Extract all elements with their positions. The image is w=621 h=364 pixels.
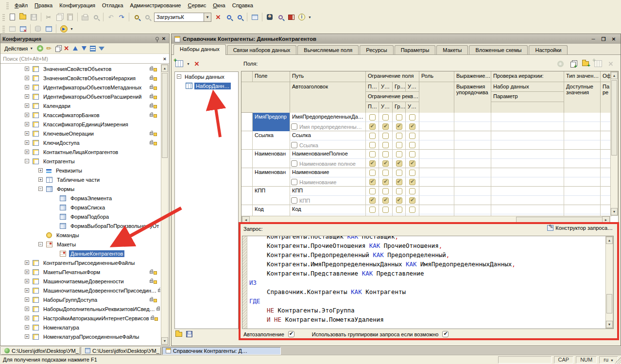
attr-restriction-checkbox[interactable] [382, 197, 389, 204]
scroll-up-icon[interactable]: ▲ [161, 65, 168, 72]
header-restrict-col[interactable]: П… [366, 102, 379, 113]
expression-cell[interactable] [454, 122, 491, 131]
info-icon[interactable]: i [297, 12, 307, 22]
role-cell[interactable] [419, 113, 454, 122]
row-grip-cell[interactable] [242, 205, 253, 217]
tree-item[interactable]: ФормаПодбора [1, 212, 160, 221]
tree-item[interactable]: +Реквизиты [1, 166, 160, 175]
header-hier-dataset[interactable]: Набор данных [491, 82, 564, 92]
role-cell[interactable] [419, 131, 454, 140]
datasets-root-item[interactable]: − Наборы данных [175, 72, 238, 81]
last-cell[interactable] [601, 159, 611, 168]
expand-icon[interactable]: + [38, 168, 43, 173]
expand-icon[interactable]: + [25, 76, 29, 80]
add-table-icon[interactable] [593, 59, 603, 69]
header-restrict-col[interactable]: Гр… [393, 102, 406, 113]
add-dataset-icon[interactable] [174, 59, 184, 69]
restriction-cell[interactable] [406, 150, 419, 159]
toolbar-drag-handle[interactable] [2, 13, 5, 21]
attr-restriction-cell[interactable] [393, 140, 406, 150]
restriction-checkbox[interactable] [409, 170, 415, 176]
restriction-cell[interactable] [366, 168, 379, 177]
database-icon[interactable] [33, 24, 43, 34]
expand-icon[interactable]: + [25, 334, 29, 339]
expand-icon[interactable]: + [25, 325, 29, 329]
menu-Администрирование[interactable]: Администрирование [127, 1, 185, 10]
tree-item[interactable]: +НоменклатураПрисоединенныеФайлы [1, 332, 160, 341]
header-expression-sub[interactable]: Выражения упорядочива [454, 82, 491, 113]
expression-cell[interactable] [454, 187, 491, 196]
role-cell[interactable] [419, 122, 454, 131]
attr-restriction-cell[interactable] [379, 196, 393, 205]
value-type-cell[interactable] [564, 177, 601, 187]
expand-icon[interactable]: + [25, 279, 29, 283]
autotitle-checkbox[interactable] [291, 142, 297, 148]
tree-item[interactable]: ФормаСписка [1, 203, 160, 212]
restriction-checkbox[interactable] [409, 133, 415, 139]
tree-item[interactable]: +МакетыПечатныхФорм [1, 267, 160, 277]
attr-restriction-cell[interactable] [366, 196, 379, 205]
window-titlebar[interactable]: Справочник Контрагенты: ДанныеКонтрагент… [172, 34, 621, 44]
restriction-cell[interactable] [406, 113, 419, 122]
hierarchy-cell[interactable] [491, 187, 564, 196]
role-cell[interactable] [419, 187, 454, 196]
row-grip-cell[interactable] [242, 168, 253, 187]
tab-Настройки[interactable]: Настройки [529, 45, 568, 54]
dataset-item[interactable]: НаборДанн… [175, 81, 238, 90]
tree-item[interactable]: +КлассификаторЕдиницИзмерения [1, 120, 160, 129]
scroll-right-icon[interactable]: ► [602, 216, 610, 223]
autofill-checkbox[interactable] [288, 331, 294, 337]
tree-item[interactable]: ФормаВыбораПоПроизвольномуОт [1, 221, 160, 230]
attr-restriction-cell[interactable] [393, 159, 406, 168]
tab-Вычисляемые поля[interactable]: Вычисляемые поля [297, 45, 359, 54]
expand-icon[interactable]: + [25, 288, 29, 293]
run-options-caret[interactable]: ▼ [70, 27, 73, 31]
last-cell[interactable] [601, 168, 611, 177]
restriction-cell[interactable] [366, 113, 379, 122]
tree-vertical-scrollbar[interactable]: ▲ ▼ [161, 64, 169, 345]
value-type-cell[interactable] [564, 205, 601, 214]
attr-restriction-checkbox[interactable] [409, 123, 415, 130]
expand-icon[interactable]: + [25, 316, 29, 320]
restriction-checkbox[interactable] [396, 133, 402, 139]
tab-Макеты[interactable]: Макеты [436, 45, 468, 54]
tree-item[interactable]: +КлючиДоступа [1, 138, 160, 147]
menu-Файл[interactable]: Файл [11, 1, 31, 10]
header-restrict-col[interactable]: У… [379, 82, 393, 92]
restriction-cell[interactable] [406, 168, 419, 177]
restriction-cell[interactable] [393, 131, 406, 140]
role-cell[interactable] [419, 177, 454, 187]
grouping-checkbox[interactable] [442, 331, 448, 337]
restriction-checkbox[interactable] [369, 133, 376, 139]
clear-search-x-icon[interactable]: × [160, 56, 169, 62]
editor-vertical-scrollbar[interactable]: ▲ ▼ [605, 236, 613, 329]
expand-icon[interactable]: + [25, 131, 29, 136]
tab-Параметры[interactable]: Параметры [395, 45, 436, 54]
toolbar-drag-handle[interactable] [2, 25, 5, 33]
toolbar-overflow-caret[interactable]: ▼ [308, 16, 311, 19]
help-book-icon[interactable] [286, 12, 296, 22]
restriction-cell[interactable] [379, 131, 393, 140]
attr-restriction-cell[interactable] [406, 122, 419, 131]
attr-restriction-checkbox[interactable] [369, 142, 376, 148]
table-horizontal-scrollbar[interactable]: ◄ ► [242, 216, 610, 224]
expression-cell[interactable] [454, 177, 491, 187]
row-grip-cell[interactable] [242, 113, 253, 131]
header-restrict-col[interactable]: Гр… [393, 82, 406, 92]
tree-item[interactable]: +Календари [1, 101, 160, 110]
autotitle-checkbox[interactable] [291, 123, 297, 130]
restriction-cell[interactable] [379, 187, 393, 196]
delete-icon[interactable]: ✕ [63, 45, 70, 52]
tree-item[interactable]: +НаборыДополнительныхРеквизитовИСвед… [1, 304, 160, 313]
table-vertical-scrollbar[interactable]: ▲ ▼ [610, 71, 618, 216]
paste-icon[interactable] [65, 12, 75, 22]
taskbar-item[interactable]: C:\Users\jdfox\Desktop\УМ_ [82, 347, 161, 355]
expand-icon[interactable]: + [25, 94, 29, 99]
query-designer-link[interactable]: Конструктор запроса… [547, 225, 613, 231]
value-type-cell[interactable] [564, 187, 601, 196]
new-document-icon[interactable] [7, 12, 17, 22]
tree-item[interactable]: +ЗначенияСвойствОбъектовИерархия [1, 73, 160, 83]
print-icon[interactable] [80, 12, 90, 22]
attr-restriction-cell[interactable] [406, 196, 419, 205]
tree-item[interactable]: Команды [1, 230, 160, 240]
